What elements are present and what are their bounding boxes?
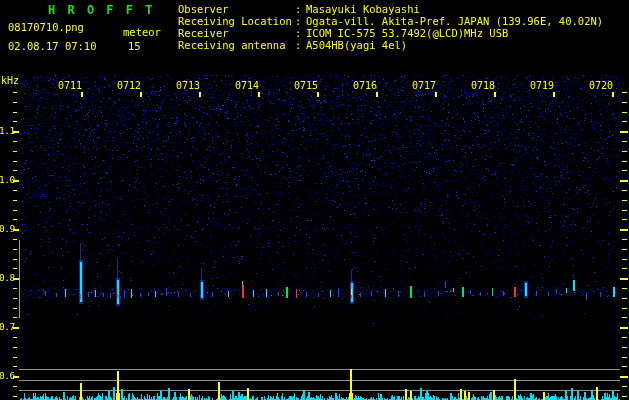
- spectrogram-canvas: [0, 0, 629, 400]
- hrofft-output: H R O F F T 08170710.png meteor 02.08.17…: [0, 0, 629, 400]
